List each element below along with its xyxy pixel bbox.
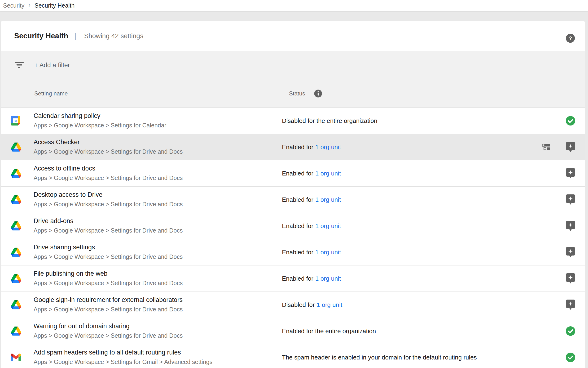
table-header: Setting name Status xyxy=(1,79,585,108)
breadcrumb-chevron-icon: › xyxy=(28,1,31,9)
card-header: Security Health | Showing 42 settings xyxy=(1,21,585,51)
org-unit-link[interactable]: 1 org unit xyxy=(315,275,341,282)
setting-text: Access to offline docs Apps > Google Wor… xyxy=(34,164,183,182)
table-row[interactable]: Access to offline docs Apps > Google Wor… xyxy=(1,160,585,187)
filter-icon xyxy=(15,62,24,68)
status-text: Enabled for1 org unit xyxy=(282,275,341,282)
setting-text: File publishing on the web Apps > Google… xyxy=(34,269,183,287)
recommendation-badge-icon[interactable] xyxy=(566,273,575,284)
setting-title: Add spam headers setting to all default … xyxy=(34,348,212,357)
setting-path: Apps > Google Workspace > Settings for D… xyxy=(34,253,183,261)
status-ok-icon xyxy=(566,353,575,362)
setting-path: Apps > Google Workspace > Settings for D… xyxy=(34,331,183,340)
title-divider: | xyxy=(74,31,76,40)
google-drive-icon xyxy=(11,195,21,204)
setting-path: Apps > Google Workspace > Settings for D… xyxy=(34,174,183,182)
breadcrumb: Security › Security Health xyxy=(0,0,588,11)
org-units-icon xyxy=(542,144,550,150)
setting-title: Drive sharing settings xyxy=(34,243,183,251)
setting-title: Google sign-in requirement for external … xyxy=(34,295,183,304)
setting-path: Apps > Google Workspace > Settings for D… xyxy=(34,279,183,287)
google-drive-icon xyxy=(11,248,21,257)
setting-text: Drive sharing settings Apps > Google Wor… xyxy=(34,243,183,261)
status-ok-icon xyxy=(566,326,575,336)
breadcrumb-current: Security Health xyxy=(35,2,75,9)
google-drive-icon xyxy=(11,143,21,152)
status-text: Disabled for1 org unit xyxy=(282,301,342,309)
page-title: Security Health xyxy=(14,32,68,40)
org-unit-link[interactable]: 1 org unit xyxy=(317,301,342,308)
recommendation-badge-icon[interactable] xyxy=(566,142,575,152)
column-status: Status xyxy=(289,90,305,97)
setting-path: Apps > Google Workspace > Settings for D… xyxy=(34,200,183,208)
table-row[interactable]: Calendar sharing policy Apps > Google Wo… xyxy=(1,108,585,134)
setting-title: Warning for out of domain sharing xyxy=(34,322,183,330)
status-text: Enabled for1 org unit xyxy=(282,144,341,151)
org-unit-link[interactable]: 1 org unit xyxy=(315,144,341,151)
google-drive-icon xyxy=(11,169,21,178)
table-row[interactable]: Access Checker Apps > Google Workspace >… xyxy=(1,134,585,160)
status-text: Enabled for1 org unit xyxy=(282,196,341,203)
status-ok-icon xyxy=(566,116,575,126)
setting-title: Calendar sharing policy xyxy=(34,111,166,120)
org-unit-link[interactable]: 1 org unit xyxy=(315,170,341,177)
table-row[interactable]: Add spam headers setting to all default … xyxy=(1,344,585,368)
table-row[interactable]: Google sign-in requirement for external … xyxy=(1,292,585,318)
setting-text: Google sign-in requirement for external … xyxy=(34,295,183,313)
recommendation-badge-icon[interactable] xyxy=(566,221,575,231)
info-icon[interactable] xyxy=(314,90,322,98)
setting-text: Calendar sharing policy Apps > Google Wo… xyxy=(34,111,166,129)
recommendation-badge-icon[interactable] xyxy=(566,168,575,179)
table-row[interactable]: Drive sharing settings Apps > Google Wor… xyxy=(1,239,585,266)
setting-text: Warning for out of domain sharing Apps >… xyxy=(34,322,183,340)
recommendation-badge-icon[interactable] xyxy=(566,300,575,310)
org-unit-link[interactable]: 1 org unit xyxy=(315,249,341,256)
add-filter-button[interactable]: + Add a filter xyxy=(34,62,70,69)
table-row[interactable]: Desktop access to Drive Apps > Google Wo… xyxy=(1,187,585,213)
setting-text: Add spam headers setting to all default … xyxy=(34,348,212,366)
google-drive-icon xyxy=(11,327,21,336)
setting-text: Drive add-ons Apps > Google Workspace > … xyxy=(34,217,183,234)
column-setting-name: Setting name xyxy=(34,90,68,97)
status-text: Enabled for1 org unit xyxy=(282,249,341,256)
setting-path: Apps > Google Workspace > Settings for D… xyxy=(34,305,183,313)
gmail-icon xyxy=(11,354,21,361)
status-text: Disabled for the entire organization xyxy=(282,117,377,125)
help-icon[interactable] xyxy=(566,34,575,43)
org-unit-link[interactable]: 1 org unit xyxy=(315,196,341,203)
google-drive-icon xyxy=(11,300,21,310)
setting-path: Apps > Google Workspace > Settings for D… xyxy=(34,147,183,156)
setting-text: Desktop access to Drive Apps > Google Wo… xyxy=(34,190,183,208)
status-text: Enabled for1 org unit xyxy=(282,222,341,230)
setting-path: Apps > Google Workspace > Settings for C… xyxy=(34,121,166,129)
setting-path: Apps > Google Workspace > Settings for D… xyxy=(34,226,183,234)
table-row[interactable]: File publishing on the web Apps > Google… xyxy=(1,266,585,292)
breadcrumb-security[interactable]: Security xyxy=(3,2,24,9)
google-drive-icon xyxy=(11,221,21,231)
google-drive-icon xyxy=(11,274,21,283)
status-text: Enabled for1 org unit xyxy=(282,170,341,177)
setting-title: Access Checker xyxy=(34,138,183,146)
recommendation-badge-icon[interactable] xyxy=(566,247,575,258)
recommendation-badge-icon[interactable] xyxy=(566,194,575,205)
status-text: The spam header is enabled in your domai… xyxy=(282,354,477,361)
setting-title: Access to offline docs xyxy=(34,164,183,173)
table-row[interactable]: Warning for out of domain sharing Apps >… xyxy=(1,318,585,344)
google-calendar-icon xyxy=(11,116,20,126)
status-text: Enabled for the entire organization xyxy=(282,328,376,335)
setting-path: Apps > Google Workspace > Settings for G… xyxy=(34,358,212,366)
security-health-card: Security Health | Showing 42 settings + … xyxy=(1,21,585,368)
table-row[interactable]: Drive add-ons Apps > Google Workspace > … xyxy=(1,213,585,239)
setting-title: File publishing on the web xyxy=(34,269,183,278)
settings-count: Showing 42 settings xyxy=(84,32,144,40)
filter-bar: + Add a filter xyxy=(1,51,585,79)
org-unit-link[interactable]: 1 org unit xyxy=(315,222,341,230)
setting-title: Drive add-ons xyxy=(34,217,183,225)
setting-text: Access Checker Apps > Google Workspace >… xyxy=(34,138,183,156)
setting-title: Desktop access to Drive xyxy=(34,190,183,199)
